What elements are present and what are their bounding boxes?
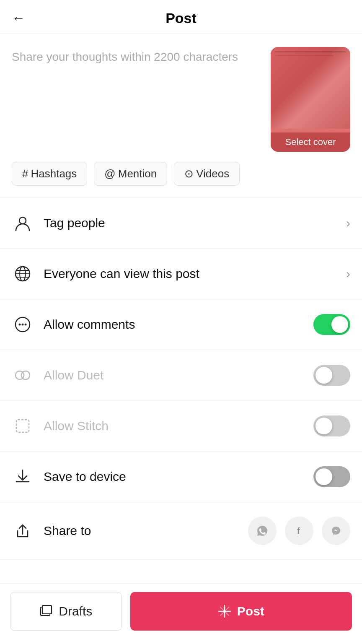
person-icon <box>12 212 34 234</box>
allow-stitch-row: Allow Stitch <box>0 401 362 452</box>
allow-duet-row: Allow Duet <box>0 350 362 401</box>
duet-icon <box>12 364 34 386</box>
toggle-knob-2 <box>315 367 332 384</box>
allow-stitch-toggle[interactable] <box>313 415 350 436</box>
allow-comments-label: Allow comments <box>44 317 313 332</box>
share-icons-row: f <box>248 517 350 545</box>
allow-comments-toggle[interactable] <box>313 314 350 335</box>
back-button[interactable]: ← <box>12 10 25 26</box>
chevron-right-icon-2: › <box>346 267 350 281</box>
save-to-device-row: Save to device <box>0 452 362 502</box>
allow-stitch-label: Allow Stitch <box>44 419 313 433</box>
toggle-knob-4 <box>315 468 332 485</box>
select-cover-button[interactable]: Select cover <box>271 132 350 152</box>
bottom-bar: Drafts Post <box>0 583 362 644</box>
caption-area: Share your thoughts within 2200 characte… <box>0 34 362 162</box>
toggle-knob-3 <box>315 418 332 434</box>
video-thumbnail[interactable]: Select cover <box>271 47 350 152</box>
whatsapp-icon[interactable] <box>248 517 277 545</box>
download-icon <box>12 466 34 488</box>
svg-point-8 <box>22 324 24 326</box>
stitch-icon <box>12 415 34 437</box>
videos-label: Videos <box>196 167 229 180</box>
allow-duet-toggle[interactable] <box>313 365 350 386</box>
view-privacy-row[interactable]: Everyone can view this post › <box>0 249 362 299</box>
caption-input[interactable]: Share your thoughts within 2200 characte… <box>12 47 262 65</box>
allow-comments-row: Allow comments <box>0 299 362 350</box>
svg-point-11 <box>21 371 30 379</box>
save-to-device-label: Save to device <box>44 470 313 484</box>
videos-pill[interactable]: ⊙ Videos <box>174 162 240 186</box>
hashtags-label: Hashtags <box>31 167 77 180</box>
hashtag-icon: # <box>22 167 28 180</box>
page-title: Post <box>165 10 197 26</box>
svg-rect-12 <box>16 420 29 432</box>
svg-point-0 <box>19 217 26 224</box>
view-privacy-label: Everyone can view this post <box>44 267 346 281</box>
tag-people-row[interactable]: Tag people › <box>0 198 362 249</box>
globe-icon <box>12 263 34 285</box>
svg-point-9 <box>25 324 27 326</box>
drafts-button[interactable]: Drafts <box>10 592 122 631</box>
svg-text:f: f <box>297 526 300 535</box>
share-icon <box>12 520 34 542</box>
mention-pill[interactable]: @ Mention <box>94 162 167 186</box>
hashtags-pill[interactable]: # Hashtags <box>12 162 87 186</box>
header: ← Post <box>0 0 362 34</box>
videos-icon: ⊙ <box>184 167 194 180</box>
svg-point-7 <box>19 324 21 326</box>
svg-rect-18 <box>42 605 52 614</box>
share-to-row: Share to f <box>0 502 362 560</box>
comment-icon <box>12 314 34 335</box>
mention-icon: @ <box>104 167 115 180</box>
facebook-icon[interactable]: f <box>285 517 313 545</box>
post-label: Post <box>237 604 264 618</box>
toggle-knob <box>331 316 348 333</box>
post-sparkle-icon <box>218 605 231 618</box>
tag-people-label: Tag people <box>44 216 346 230</box>
allow-duet-label: Allow Duet <box>44 368 313 382</box>
chevron-right-icon: › <box>346 216 350 230</box>
share-to-label: Share to <box>44 524 248 538</box>
drafts-label: Drafts <box>59 604 92 618</box>
drafts-icon <box>39 605 53 618</box>
thumbnail-image <box>271 47 350 129</box>
save-to-device-toggle[interactable] <box>313 466 350 487</box>
messenger-icon[interactable] <box>322 517 350 545</box>
mention-label: Mention <box>118 167 157 180</box>
tag-pills-row: # Hashtags @ Mention ⊙ Videos <box>0 162 362 197</box>
post-button[interactable]: Post <box>130 592 352 631</box>
